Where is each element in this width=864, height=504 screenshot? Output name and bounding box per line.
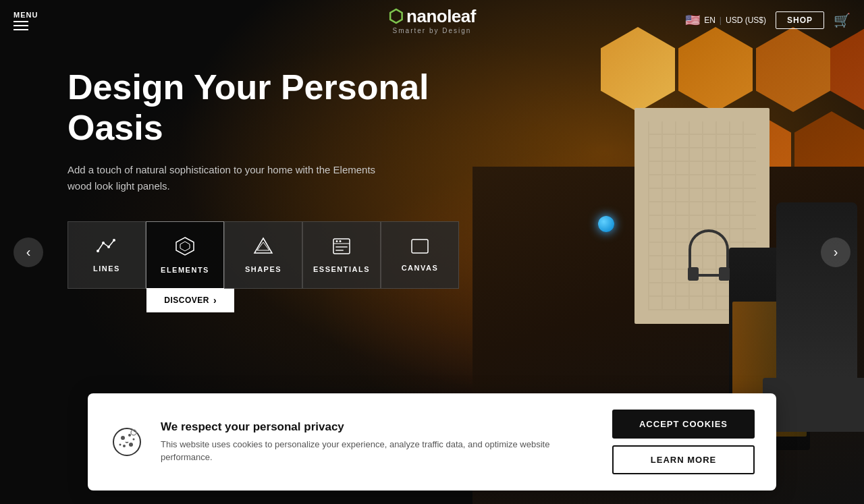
svg-marker-4 [176, 237, 194, 255]
header-actions: 🇺🇸 EN | USD (US$) SHOP 🛒 [685, 11, 850, 29]
header: MENU ⬡ nanoleaf Smarter by Design 🇺🇸 EN … [0, 0, 864, 40]
logo[interactable]: ⬡ nanoleaf Smarter by Design [388, 6, 476, 34]
hamburger-line-3 [14, 29, 28, 30]
nav-card-shapes[interactable]: SHAPES [224, 221, 302, 289]
svg-point-10 [336, 240, 338, 242]
prev-arrow[interactable]: ‹ [14, 237, 43, 267]
menu-section[interactable]: MENU [14, 11, 38, 30]
accept-cookies-button[interactable]: ACCEPT COOKIES [612, 410, 755, 439]
elements-label: ELEMENTS [161, 266, 209, 274]
logo-text: nanoleaf [406, 6, 476, 27]
lang-label: EN [704, 16, 716, 25]
divider: | [720, 16, 722, 25]
elements-icon [175, 236, 195, 259]
svg-point-2 [107, 246, 110, 248]
product-nav: LINES ELEMENTS DISCOVER › [68, 221, 459, 289]
logo-subtitle: Smarter by Design [393, 27, 472, 34]
hero-content: Design Your Personal Oasis Add a touch o… [68, 67, 459, 289]
logo-wrapper: ⬡ nanoleaf [388, 6, 476, 27]
hamburger-menu[interactable] [14, 21, 28, 30]
next-arrow[interactable]: › [821, 237, 850, 267]
menu-label: MENU [14, 11, 38, 19]
svg-rect-13 [335, 250, 344, 251]
next-arrow-icon: › [834, 244, 838, 260]
essentials-label: ESSENTIALS [313, 265, 370, 273]
discover-bar[interactable]: DISCOVER › [146, 288, 234, 312]
nav-card-elements[interactable]: ELEMENTS DISCOVER › [146, 221, 224, 289]
hero-title: Design Your Personal Oasis [68, 67, 459, 148]
svg-point-0 [97, 250, 99, 252]
lang-currency[interactable]: 🇺🇸 EN | USD (US$) [685, 13, 766, 28]
shop-button[interactable]: SHOP [776, 11, 824, 29]
cookie-icon-wrap [109, 424, 144, 459]
discover-label: DISCOVER [164, 296, 209, 305]
cookie-title: We respect your personal privacy [161, 420, 596, 434]
learn-more-button[interactable]: LEARN MORE [612, 445, 755, 474]
svg-rect-14 [412, 240, 428, 253]
cookie-buttons: ACCEPT COOKIES LEARN MORE [612, 410, 755, 474]
svg-point-20 [119, 444, 122, 446]
cookie-banner: We respect your personal privacy This we… [88, 393, 776, 491]
logo-symbol: ⬡ [388, 6, 404, 27]
svg-point-18 [129, 443, 133, 447]
svg-point-3 [113, 239, 115, 242]
lines-icon [97, 237, 117, 258]
discover-arrow: › [213, 295, 217, 306]
nav-card-lines[interactable]: LINES [68, 221, 146, 289]
cookie-text: We respect your personal privacy This we… [161, 420, 596, 464]
cart-icon[interactable]: 🛒 [834, 12, 850, 28]
prev-arrow-icon: ‹ [26, 244, 31, 260]
canvas-icon [410, 238, 429, 257]
cookie-description: This website uses cookies to personalize… [161, 438, 596, 464]
svg-point-16 [121, 436, 125, 440]
canvas-label: CANVAS [402, 264, 439, 272]
shapes-icon [253, 237, 273, 258]
nav-card-canvas[interactable]: CANVAS [381, 221, 459, 289]
cookie-icon [111, 426, 143, 458]
flag-icon: 🇺🇸 [685, 13, 700, 28]
svg-rect-12 [335, 246, 348, 248]
currency-label: USD (US$) [726, 16, 766, 25]
svg-marker-5 [180, 242, 190, 251]
svg-point-21 [133, 439, 135, 441]
svg-point-11 [340, 240, 342, 242]
hamburger-line-2 [14, 25, 28, 26]
nav-card-essentials[interactable]: ESSENTIALS [302, 221, 381, 289]
hero-description: Add a touch of natural sophistication to… [68, 162, 378, 194]
svg-point-17 [128, 434, 131, 437]
shapes-label: SHAPES [245, 265, 281, 273]
essentials-icon [331, 237, 352, 258]
svg-marker-6 [254, 238, 272, 253]
hamburger-line-1 [14, 21, 28, 22]
svg-point-1 [102, 242, 105, 244]
lines-label: LINES [93, 264, 120, 273]
svg-point-19 [123, 445, 126, 447]
